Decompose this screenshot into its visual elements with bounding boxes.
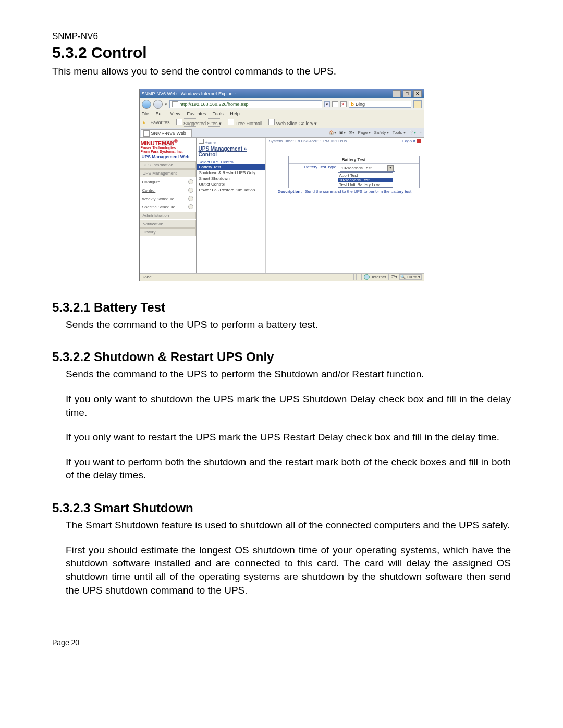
sidebar-configure[interactable]: Configure: [140, 178, 196, 186]
back-button[interactable]: [142, 100, 151, 109]
description-text: Send the command to the UPS to perform t…: [305, 189, 412, 194]
ctl-outlet-control[interactable]: Outlet Control: [197, 181, 265, 187]
star-icon[interactable]: ★: [142, 120, 146, 125]
sub1-title: 5.3.2.1 Battery Test: [52, 300, 511, 315]
control-select-panel: Home UPS Management » Control Select UPS…: [196, 138, 266, 273]
radio-icon: [188, 179, 193, 184]
page-toolbar: 🏠▾ ▣▾ ✉▾ Page ▾ Safety ▾ Tools ▾ ❔▾ »: [325, 129, 424, 136]
radio-icon: [188, 204, 193, 209]
tab-icon: [143, 130, 150, 137]
safety-menu[interactable]: Safety ▾: [374, 130, 389, 135]
maximize-button[interactable]: □: [403, 90, 411, 97]
sidebar-control[interactable]: Control: [140, 186, 196, 194]
sidebar-ups-information[interactable]: UPS Information: [140, 161, 196, 169]
battery-type-select[interactable]: 10-seconds Test ▾: [340, 165, 395, 172]
battery-type-label: Battery Test Type:: [291, 165, 338, 169]
fav-suggested[interactable]: Suggested Sites ▾: [175, 118, 224, 127]
battery-test-panel: Battery Test Battery Test Type: 10-secon…: [288, 156, 420, 188]
feeds-icon[interactable]: ▣▾: [339, 130, 346, 135]
sub2-p3: If you only want to restart the UPS mark…: [66, 430, 511, 444]
sidebar-ups-management[interactable]: UPS Management: [140, 169, 196, 177]
menu-view[interactable]: View: [170, 111, 180, 116]
ctl-smart-shutdown[interactable]: Smart Shutdown: [197, 176, 265, 181]
description-label: Description:: [278, 189, 302, 194]
close-button[interactable]: ✕: [413, 90, 422, 97]
menu-bar[interactable]: File Edit View Favorites Tools Help: [140, 110, 424, 117]
sidebar: MINUTEMAN® Power Technologies From Para …: [140, 138, 196, 273]
fav-gallery[interactable]: Web Slice Gallery ▾: [267, 118, 319, 127]
sub2-p2: If you only want to shutdown the UPS mar…: [66, 392, 511, 419]
sidebar-notification[interactable]: Notification: [140, 220, 196, 228]
page-content: MINUTEMAN® Power Technologies From Para …: [140, 138, 424, 273]
logout-icon: [417, 139, 421, 143]
search-input[interactable]: b Bing: [349, 101, 411, 108]
section-intro: This menu allows you to send the control…: [52, 65, 511, 78]
favorites-bar: ★ Favorites Suggested Sites ▾ Free Hotma…: [140, 117, 424, 128]
ctl-powerfail[interactable]: Power Fail/Restore Simulation: [197, 187, 265, 193]
radio-icon: [188, 196, 193, 201]
sidebar-history[interactable]: History: [140, 228, 196, 236]
opt-until[interactable]: Test Until Battery Low: [338, 182, 393, 187]
favorites-label[interactable]: Favorites: [149, 119, 172, 126]
refresh-icon[interactable]: [332, 101, 338, 107]
opt-abort[interactable]: Abort Test: [338, 173, 393, 178]
status-bar: Done Internet 🛡▾ 🔍 100% ▾: [140, 273, 424, 281]
panel-title: Battery Test: [289, 156, 419, 164]
bing-icon: b: [351, 102, 354, 107]
sidebar-specific[interactable]: Specific Schedule: [140, 203, 196, 211]
tools-menu[interactable]: Tools ▾: [393, 130, 406, 135]
breadcrumb-title: UPS Management » Control: [197, 146, 265, 157]
menu-edit[interactable]: Edit: [156, 111, 164, 116]
sub3-p2: First you should estimate the longest OS…: [66, 544, 511, 597]
section-title: 5.3.2 Control: [52, 44, 511, 61]
menu-tools[interactable]: Tools: [213, 111, 224, 116]
system-time: System Time: Fri 06/24/2011 PM 02:08:05: [269, 139, 347, 143]
page-icon: [228, 119, 234, 125]
forward-button[interactable]: [153, 100, 163, 109]
page-icon: [268, 119, 275, 125]
nav-dropdown-icon[interactable]: ▾: [165, 102, 167, 107]
menu-favorites[interactable]: Favorites: [187, 111, 206, 116]
addr-dropdown-icon[interactable]: ▾: [324, 101, 330, 107]
help-icon[interactable]: ❔▾: [409, 130, 416, 135]
sub1-p1: Sends the command to the UPS to perform …: [66, 318, 511, 331]
window-buttons[interactable]: _ □ ✕: [392, 90, 421, 97]
sidebar-administration[interactable]: Administration: [140, 212, 196, 219]
ctl-shutdown-restart[interactable]: Shutdown & Restart UPS Only: [197, 170, 265, 176]
sidebar-weekly[interactable]: Weekly Schedule: [140, 194, 196, 203]
protected-mode-icon[interactable]: 🛡▾: [391, 275, 397, 279]
brand-logo: MINUTEMAN®: [140, 138, 196, 146]
chevron-icon[interactable]: »: [419, 130, 421, 135]
search-button[interactable]: [413, 100, 422, 108]
home-icon[interactable]: 🏠▾: [329, 130, 336, 135]
page-footer: Page 20: [52, 638, 511, 647]
battery-type-dropdown[interactable]: Abort Test 10-seconds Test Test Until Ba…: [338, 172, 393, 188]
zoom-level[interactable]: 🔍 100% ▾: [399, 274, 422, 280]
fav-hotmail[interactable]: Free Hotmail: [226, 118, 264, 127]
tab-bar: SNMP-NV6 Web 🏠▾ ▣▾ ✉▾ Page ▾ Safety ▾ To…: [140, 128, 424, 138]
status-done: Done: [142, 275, 152, 279]
sub2-p4: If you want to perform both the shutdown…: [66, 455, 511, 482]
sub2-title: 5.3.2.2 Shutdown & Restart UPS Only: [52, 350, 511, 364]
home-icon[interactable]: [199, 139, 204, 144]
brand-sub2: From Para Systems, Inc.: [140, 150, 196, 153]
chevron-down-icon[interactable]: ▾: [387, 165, 394, 171]
stop-icon[interactable]: ✕: [340, 101, 347, 107]
menu-file[interactable]: File: [142, 111, 150, 116]
browser-tab[interactable]: SNMP-NV6 Web: [141, 129, 192, 137]
sidebar-title: UPS Management Web: [140, 153, 196, 161]
breadcrumb: Home: [197, 138, 265, 146]
nav-row: ▾ http://192.168.168.226/home.asp ▾ ✕ b …: [140, 98, 424, 110]
minimize-button[interactable]: _: [393, 90, 401, 97]
sub2-p1: Sends the command to the UPS to perform …: [66, 367, 511, 381]
internet-icon: [364, 274, 370, 280]
logout-link[interactable]: Logout: [402, 139, 420, 143]
menu-help[interactable]: Help: [230, 111, 240, 116]
page-menu[interactable]: Page ▾: [358, 130, 371, 135]
opt-ten[interactable]: 10-seconds Test: [338, 178, 393, 182]
site-icon: [172, 101, 178, 107]
ctl-battery-test[interactable]: Battery Test: [197, 164, 265, 170]
mail-icon[interactable]: ✉▾: [349, 130, 354, 135]
window-titlebar: SNMP-NV6 Web - Windows Internet Explorer…: [140, 89, 424, 98]
address-bar[interactable]: http://192.168.168.226/home.asp: [169, 100, 322, 108]
